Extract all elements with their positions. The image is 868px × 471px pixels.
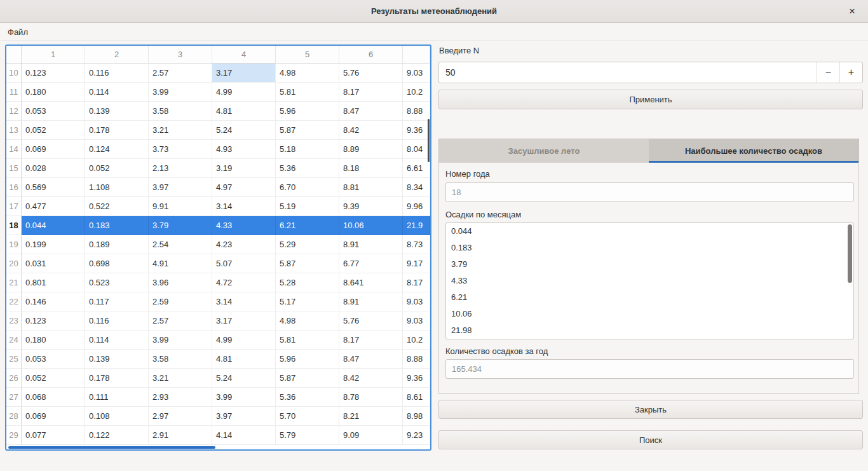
table-cell[interactable]: 10.06	[339, 216, 403, 235]
row-number[interactable]: 29	[6, 426, 22, 445]
table-cell[interactable]: 8.641	[339, 273, 403, 292]
table-cell[interactable]: 3.21	[149, 121, 212, 140]
row-number[interactable]: 28	[6, 407, 22, 426]
table-cell[interactable]: 0.116	[85, 64, 149, 83]
table-cell[interactable]: 4.99	[212, 331, 276, 350]
table-cell[interactable]: 8.42	[339, 121, 403, 140]
table-cell[interactable]: 2.54	[149, 235, 212, 254]
table-cell[interactable]: 9.39	[339, 197, 403, 216]
table-cell[interactable]: 5.07	[212, 254, 276, 273]
table-cell[interactable]: 4.81	[212, 102, 276, 121]
row-number[interactable]: 14	[6, 140, 22, 159]
table-cell[interactable]: 3.99	[149, 331, 212, 350]
table-cell[interactable]: 2.91	[149, 426, 212, 445]
close-icon[interactable]: ×	[844, 0, 860, 23]
table-cell[interactable]: 9.96	[403, 197, 430, 216]
table-cell[interactable]: 3.17	[212, 64, 276, 83]
table-cell[interactable]: 5.81	[276, 331, 339, 350]
table-cell[interactable]: 9.36	[403, 121, 430, 140]
table-cell[interactable]: 0.180	[22, 83, 85, 102]
table-row[interactable]: 140.0690.1243.734.935.188.898.04	[6, 140, 430, 159]
table-cell[interactable]: 9.23	[403, 426, 430, 445]
month-value[interactable]: 21.98	[446, 322, 853, 339]
table-cell[interactable]: 0.180	[22, 331, 85, 350]
table-cell[interactable]: 6.21	[276, 216, 339, 235]
table-cell[interactable]: 0.123	[22, 311, 85, 331]
row-number[interactable]: 25	[6, 350, 22, 369]
table-row[interactable]: 280.0690.1082.973.975.708.218.98	[6, 407, 430, 426]
table-cell[interactable]: 3.21	[149, 369, 212, 388]
table-row[interactable]: 110.1800.1143.994.995.818.1710.2	[6, 83, 430, 102]
table-cell[interactable]: 3.17	[212, 311, 276, 331]
month-value[interactable]: 3.79	[446, 256, 853, 273]
row-number[interactable]: 26	[6, 369, 22, 388]
table-cell[interactable]: 0.114	[85, 331, 149, 350]
table-cell[interactable]: 0.068	[22, 388, 85, 407]
table-cell[interactable]: 9.03	[403, 64, 430, 83]
table-cell[interactable]: 5.76	[339, 64, 403, 83]
table-horizontal-scrollbar[interactable]	[8, 446, 215, 449]
table-cell[interactable]: 0.178	[85, 369, 149, 388]
table-cell[interactable]: 4.98	[276, 311, 339, 331]
table-cell[interactable]: 3.99	[149, 83, 212, 102]
table-cell[interactable]: 0.569	[22, 178, 85, 197]
table-cell[interactable]: 8.81	[339, 178, 403, 197]
table-cell[interactable]: 0.069	[22, 140, 85, 159]
table-cell[interactable]: 0.523	[85, 273, 149, 292]
table-cell[interactable]: 5.36	[276, 159, 339, 178]
table-cell[interactable]: 0.044	[22, 216, 85, 235]
table-cell[interactable]: 4.72	[212, 273, 276, 292]
spin-decrement-button[interactable]: −	[817, 62, 839, 83]
row-number[interactable]: 11	[6, 83, 22, 102]
table-row[interactable]: 100.1230.1162.573.174.985.769.03	[6, 64, 430, 83]
table-cell[interactable]: 8.21	[339, 407, 403, 426]
table-cell[interactable]: 8.89	[339, 140, 403, 159]
n-spinbox-value[interactable]: 50	[439, 62, 817, 83]
table-cell[interactable]: 8.18	[339, 159, 403, 178]
tab-max-precipitation[interactable]: Наибольшее количество осадков	[649, 139, 858, 163]
table-cell[interactable]: 6.70	[276, 178, 339, 197]
row-number[interactable]: 21	[6, 273, 22, 292]
table-cell[interactable]: 0.522	[85, 197, 149, 216]
table-cell[interactable]: 4.98	[276, 64, 339, 83]
table-cell[interactable]: 2.59	[149, 292, 212, 311]
month-value[interactable]: 10.06	[446, 306, 853, 322]
table-cell[interactable]: 5.81	[276, 83, 339, 102]
month-value[interactable]: 0.044	[446, 223, 853, 240]
table-cell[interactable]: 1.108	[85, 178, 149, 197]
table-cell[interactable]: 21.9	[403, 216, 430, 235]
table-cell[interactable]: 0.077	[22, 426, 85, 445]
months-precipitation-list[interactable]: 0.0440.1833.794.336.2110.0621.98	[445, 222, 854, 339]
table-cell[interactable]: 8.17	[403, 273, 430, 292]
table-cell[interactable]: 3.14	[212, 197, 276, 216]
table-cell[interactable]: 5.76	[339, 311, 403, 331]
table-cell[interactable]: 2.93	[149, 388, 212, 407]
row-number[interactable]: 13	[6, 121, 22, 140]
table-cell[interactable]: 0.052	[22, 121, 85, 140]
row-number[interactable]: 20	[6, 254, 22, 273]
table-cell[interactable]: 0.031	[22, 254, 85, 273]
table-cell[interactable]: 5.17	[276, 292, 339, 311]
table-cell[interactable]: 5.19	[276, 197, 339, 216]
table-cell[interactable]: 0.028	[22, 159, 85, 178]
table-cell[interactable]: 3.97	[212, 407, 276, 426]
table-cell[interactable]: 3.73	[149, 140, 212, 159]
column-header-6[interactable]: 6	[339, 46, 403, 64]
table-cell[interactable]: 9.03	[403, 311, 430, 331]
table-cell[interactable]: 6.61	[403, 159, 430, 178]
row-number[interactable]: 15	[6, 159, 22, 178]
apply-button[interactable]: Применить	[438, 90, 863, 109]
table-cell[interactable]: 0.111	[85, 388, 149, 407]
menu-item-file[interactable]: Файл	[0, 24, 36, 40]
table-cell[interactable]: 8.98	[403, 407, 430, 426]
table-cell[interactable]: 9.91	[149, 197, 212, 216]
table-row[interactable]: 170.4770.5229.913.145.199.399.96	[6, 197, 430, 216]
table-cell[interactable]: 0.116	[85, 311, 149, 331]
row-number[interactable]: 10	[6, 64, 22, 83]
table-cell[interactable]: 4.97	[212, 178, 276, 197]
table-cell[interactable]: 9.09	[339, 426, 403, 445]
table-cell[interactable]: 8.17	[339, 331, 403, 350]
table-row[interactable]: 150.0280.0522.133.195.368.186.61	[6, 159, 430, 178]
table-cell[interactable]: 0.123	[22, 64, 85, 83]
table-cell[interactable]: 3.58	[149, 350, 212, 369]
